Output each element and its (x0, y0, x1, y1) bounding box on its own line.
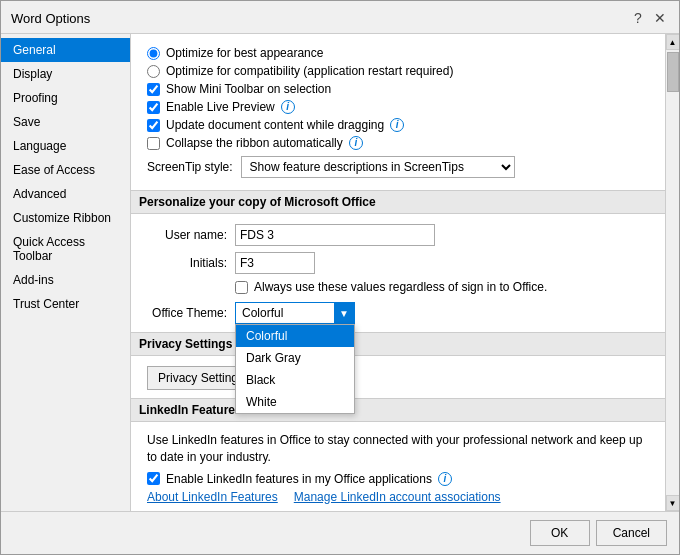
help-button[interactable]: ? (629, 9, 647, 27)
linkedin-info-icon: i (438, 472, 452, 486)
sidebar-item-advanced[interactable]: Advanced (1, 182, 130, 206)
initials-label: Initials: (147, 256, 227, 270)
always-use-row: Always use these values regardless of si… (235, 280, 649, 294)
screentip-select[interactable]: Show feature descriptions in ScreenTips … (241, 156, 515, 178)
scrollbar: ▲ ▼ (665, 34, 679, 511)
scrollbar-up-button[interactable]: ▲ (666, 34, 680, 50)
username-label: User name: (147, 228, 227, 242)
show-mini-toolbar-row: Show Mini Toolbar on selection (147, 82, 649, 96)
collapse-ribbon-info-icon: i (349, 136, 363, 150)
radio-compatibility: Optimize for compatibility (application … (147, 64, 649, 78)
sidebar-item-add-ins[interactable]: Add-ins (1, 268, 130, 292)
cancel-button[interactable]: Cancel (596, 520, 667, 546)
scrollbar-down-button[interactable]: ▼ (666, 495, 680, 511)
username-row: User name: (147, 224, 649, 246)
sidebar-item-ease-of-access[interactable]: Ease of Access (1, 158, 130, 182)
theme-option-dark-gray[interactable]: Dark Gray (236, 347, 354, 369)
initials-input[interactable] (235, 252, 315, 274)
close-button[interactable]: ✕ (651, 9, 669, 27)
show-mini-toolbar-label: Show Mini Toolbar on selection (166, 82, 331, 96)
theme-dropdown-container: Colorful ▼ Colorful Dark Gray Black Whit… (235, 302, 355, 324)
theme-option-black[interactable]: Black (236, 369, 354, 391)
scrollbar-thumb[interactable] (667, 52, 679, 92)
sidebar-item-save[interactable]: Save (1, 110, 130, 134)
linkedin-manage-link[interactable]: Manage LinkedIn account associations (294, 490, 501, 504)
radio-appearance-label: Optimize for best appearance (166, 46, 323, 60)
sidebar-item-customize-ribbon[interactable]: Customize Ribbon (1, 206, 130, 230)
theme-dropdown-button[interactable]: Colorful ▼ (235, 302, 355, 324)
title-bar-controls: ? ✕ (629, 9, 669, 27)
radio-compatibility-input[interactable] (147, 65, 160, 78)
live-preview-label: Enable Live Preview (166, 100, 275, 114)
theme-label: Office Theme: (147, 306, 227, 320)
sidebar-item-display[interactable]: Display (1, 62, 130, 86)
radio-compatibility-label: Optimize for compatibility (application … (166, 64, 453, 78)
sidebar-item-general[interactable]: General (1, 38, 130, 62)
update-content-checkbox[interactable] (147, 119, 160, 132)
linkedin-description: Use LinkedIn features in Office to stay … (147, 432, 649, 466)
theme-row: Office Theme: Colorful ▼ Colorful Dark G… (147, 302, 649, 324)
show-mini-toolbar-checkbox[interactable] (147, 83, 160, 96)
always-use-label: Always use these values regardless of si… (254, 280, 547, 294)
dialog-body: General Display Proofing Save Language E… (1, 34, 679, 511)
sidebar-item-proofing[interactable]: Proofing (1, 86, 130, 110)
linkedin-checkbox-row: Enable LinkedIn features in my Office ap… (147, 472, 649, 486)
word-options-dialog: Word Options ? ✕ General Display Proofin… (0, 0, 680, 555)
update-content-label: Update document content while dragging (166, 118, 384, 132)
screentip-label: ScreenTip style: (147, 160, 233, 174)
dialog-title: Word Options (11, 11, 90, 26)
theme-option-white[interactable]: White (236, 391, 354, 413)
initials-row: Initials: (147, 252, 649, 274)
collapse-ribbon-checkbox[interactable] (147, 137, 160, 150)
sidebar: General Display Proofing Save Language E… (1, 34, 131, 511)
screentip-row: ScreenTip style: Show feature descriptio… (147, 156, 649, 178)
sidebar-item-language[interactable]: Language (1, 134, 130, 158)
radio-appearance: Optimize for best appearance (147, 46, 649, 60)
live-preview-row: Enable Live Preview i (147, 100, 649, 114)
update-content-info-icon: i (390, 118, 404, 132)
linkedin-checkbox[interactable] (147, 472, 160, 485)
personalize-section-header: Personalize your copy of Microsoft Offic… (131, 190, 665, 214)
linkedin-section-header: LinkedIn Features (131, 398, 665, 422)
linkedin-links: About LinkedIn Features Manage LinkedIn … (147, 490, 649, 504)
theme-dropdown-list: Colorful Dark Gray Black White (235, 324, 355, 414)
username-input[interactable] (235, 224, 435, 246)
privacy-section: Privacy Settings... (147, 366, 649, 390)
collapse-ribbon-row: Collapse the ribbon automatically i (147, 136, 649, 150)
radio-appearance-input[interactable] (147, 47, 160, 60)
title-bar: Word Options ? ✕ (1, 1, 679, 34)
always-use-checkbox[interactable] (235, 281, 248, 294)
live-preview-checkbox[interactable] (147, 101, 160, 114)
update-content-row: Update document content while dragging i (147, 118, 649, 132)
theme-dropdown-arrow-icon: ▼ (334, 303, 354, 323)
sidebar-item-quick-access[interactable]: Quick Access Toolbar (1, 230, 130, 268)
theme-option-colorful[interactable]: Colorful (236, 325, 354, 347)
theme-selected-text: Colorful (236, 306, 334, 320)
dialog-footer: OK Cancel (1, 511, 679, 554)
privacy-section-header: Privacy Settings (131, 332, 665, 356)
linkedin-section: Use LinkedIn features in Office to stay … (147, 432, 649, 504)
linkedin-about-link[interactable]: About LinkedIn Features (147, 490, 278, 504)
collapse-ribbon-label: Collapse the ribbon automatically (166, 136, 343, 150)
main-content: Optimize for best appearance Optimize fo… (131, 34, 665, 511)
ok-button[interactable]: OK (530, 520, 590, 546)
sidebar-item-trust-center[interactable]: Trust Center (1, 292, 130, 316)
linkedin-checkbox-label: Enable LinkedIn features in my Office ap… (166, 472, 432, 486)
live-preview-info-icon: i (281, 100, 295, 114)
